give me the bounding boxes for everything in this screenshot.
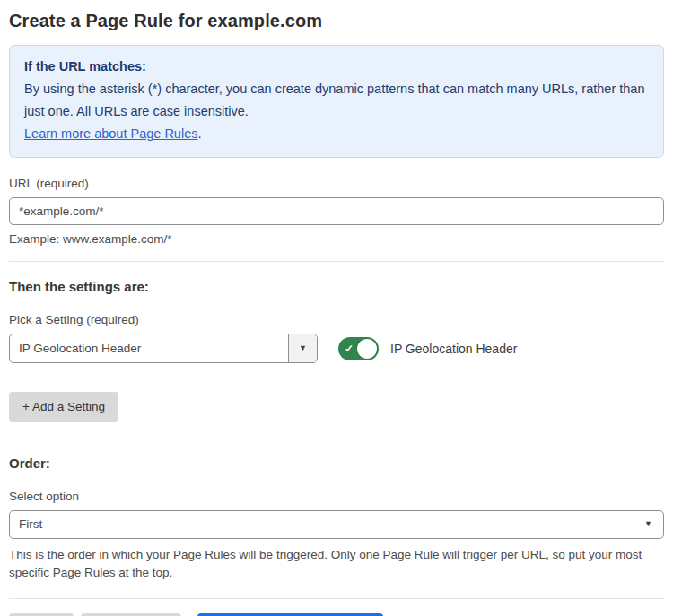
settings-heading: Then the settings are: [9,279,664,294]
learn-more-link[interactable]: Learn more about Page Rules [24,126,197,141]
cancel-button[interactable]: Cancel [9,613,74,616]
url-helper: Example: www.example.com/* [9,232,664,246]
url-input[interactable] [9,197,664,225]
link-suffix: . [197,126,201,141]
setting-select-value: IP Geolocation Header [10,334,288,362]
save-deploy-button[interactable]: Save and Deploy Page Rule [197,613,384,616]
check-icon: ✓ [345,343,354,355]
create-page-rule-form: Create a Page Rule for example.com If th… [0,0,673,616]
order-select[interactable]: First ▼ [9,510,664,539]
setting-select-arrow-button[interactable]: ▼ [288,334,317,362]
toggle-knob [357,339,377,359]
page-title: Create a Page Rule for example.com [9,11,664,31]
order-select-caret: ▼ [644,511,663,538]
divider [9,438,664,438]
info-box-heading: If the URL matches: [24,56,649,78]
chevron-down-icon: ▼ [644,520,652,528]
setting-row: IP Geolocation Header ▼ ✓ IP Geolocation… [9,334,664,363]
divider [9,598,664,599]
setting-picker-label: Pick a Setting (required) [9,313,664,326]
order-heading: Order: [9,455,664,471]
footer-actions: Cancel Save as Draft Save and Deploy Pag… [9,613,664,616]
toggle-label: IP Geolocation Header [390,342,517,356]
divider [9,261,664,262]
order-helper: This is the order in which your Page Rul… [9,546,655,582]
chevron-down-icon: ▼ [299,344,307,352]
add-setting-button[interactable]: + Add a Setting [9,392,118,422]
setting-select[interactable]: IP Geolocation Header ▼ [9,334,318,363]
url-match-info-box: If the URL matches: By using the asteris… [9,45,664,158]
info-box-link-line: Learn more about Page Rules. [24,123,649,145]
url-label: URL (required) [9,177,664,190]
save-draft-button[interactable]: Save as Draft [81,613,181,616]
ip-geolocation-toggle[interactable]: ✓ [338,337,379,360]
order-select-value: First [10,511,644,538]
info-box-body: By using the asterisk (*) character, you… [24,78,649,123]
order-select-label: Select option [9,490,664,503]
